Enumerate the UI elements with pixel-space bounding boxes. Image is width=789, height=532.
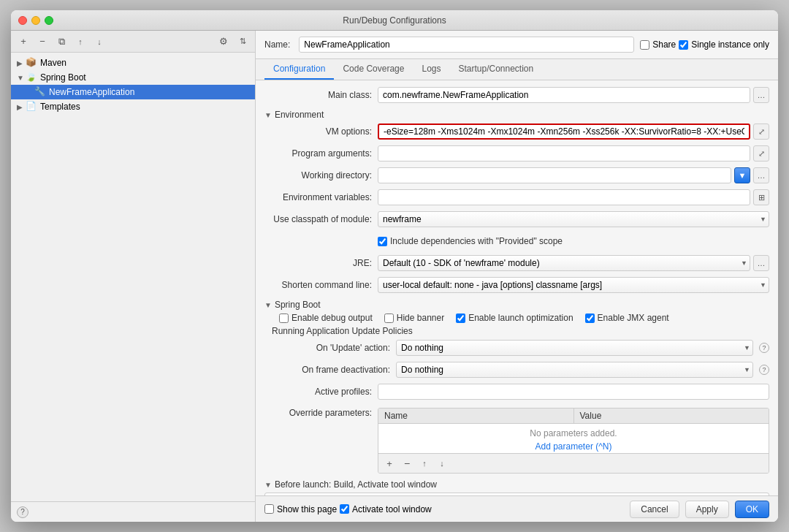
spring-boot-arrow: ▼: [264, 301, 272, 309]
minimize-button[interactable]: [31, 16, 40, 25]
tree-arrow-maven: ▶: [17, 59, 26, 67]
main-content: + − ⧉ ↑ ↓ ⚙ ⇅ ▶ 📦 Maven ▼ 🍃: [11, 31, 778, 522]
activate-tool-window-checkbox[interactable]: [340, 504, 349, 514]
jre-browse-button[interactable]: …: [753, 255, 769, 271]
sidebar: + − ⧉ ↑ ↓ ⚙ ⇅ ▶ 📦 Maven ▼ 🍃: [11, 31, 256, 522]
tree-arrow-templates: ▶: [17, 103, 26, 111]
sidebar-item-label-maven: Maven: [40, 58, 66, 68]
working-dir-browse-button[interactable]: ▼: [734, 167, 750, 183]
launch-opt-checkbox[interactable]: [456, 314, 465, 323]
sidebar-item-new-frame-app[interactable]: 🔧 NewFrameApplication: [11, 85, 255, 99]
override-up-button[interactable]: ↑: [416, 455, 432, 471]
on-update-row: On 'Update' action: Do nothing Update cl…: [272, 339, 769, 357]
include-provided-checkbox-row: Include dependencies with "Provided" sco…: [378, 236, 563, 246]
add-param-link[interactable]: Add parameter (^N): [535, 441, 612, 452]
sidebar-item-templates[interactable]: ▶ 📄 Templates: [11, 99, 255, 114]
right-panel: Name: Share Single instance only Configu…: [256, 31, 778, 522]
shorten-cmd-field: user-local default: none - java [options…: [378, 277, 769, 293]
ok-button[interactable]: OK: [735, 501, 769, 518]
on-deactivation-select[interactable]: Do nothing Update classes and resources …: [396, 362, 753, 378]
config-name-input[interactable]: [299, 37, 634, 53]
name-label: Name:: [264, 39, 293, 50]
main-window: Run/Debug Configurations + − ⧉ ↑ ↓ ⚙ ⇅ ▶…: [11, 10, 778, 522]
sort-button[interactable]: ⇅: [235, 34, 251, 50]
jmx-checkbox[interactable]: [585, 314, 595, 323]
main-class-label: Main class:: [264, 90, 378, 100]
help-button[interactable]: ?: [17, 506, 28, 518]
working-dir-expand-button[interactable]: …: [753, 167, 769, 183]
close-button[interactable]: [18, 16, 27, 25]
jre-label: JRE:: [264, 258, 378, 268]
env-vars-browse-button[interactable]: ⊞: [753, 189, 769, 205]
program-args-input[interactable]: [378, 145, 750, 162]
before-launch-label: Before launch: Build, Activate tool wind…: [275, 479, 437, 490]
launch-opt-checkbox-row: Enable launch optimization: [456, 313, 573, 323]
move-down-button[interactable]: ↓: [91, 34, 107, 50]
jre-select[interactable]: Default (10 - SDK of 'newframe' module): [378, 255, 750, 271]
main-class-row: Main class: …: [264, 86, 769, 104]
tab-startup-connection[interactable]: Startup/Connection: [449, 59, 542, 80]
apply-button[interactable]: Apply: [685, 501, 729, 518]
classpath-select[interactable]: newframe: [378, 211, 769, 227]
override-col-name: Name: [378, 408, 574, 423]
environment-section-header: ▼ Environment: [264, 110, 769, 120]
spring-boot-icon: 🍃: [26, 72, 37, 83]
override-params-label: Override parameters:: [264, 405, 378, 418]
override-add-button[interactable]: +: [381, 455, 397, 471]
single-instance-checkbox[interactable]: [679, 40, 688, 50]
move-up-button[interactable]: ↑: [72, 34, 88, 50]
override-params-row: Override parameters: Name Value No param…: [264, 405, 769, 474]
working-dir-input[interactable]: [378, 167, 731, 183]
copy-config-button[interactable]: ⧉: [53, 34, 69, 50]
share-area: Share Single instance only: [640, 39, 769, 50]
tab-code-coverage[interactable]: Code Coverage: [334, 59, 413, 80]
main-class-browse-button[interactable]: …: [753, 87, 769, 103]
tab-configuration[interactable]: Configuration: [264, 59, 334, 80]
sidebar-bottom: ?: [11, 501, 255, 522]
settings-button[interactable]: ⚙: [216, 34, 232, 50]
spring-boot-section-label: Spring Boot: [275, 300, 321, 310]
classpath-select-wrapper: newframe ▼: [378, 211, 769, 227]
include-provided-row: Include dependencies with "Provided" sco…: [264, 232, 769, 250]
on-update-help-icon[interactable]: ?: [759, 343, 769, 353]
override-table: Name Value No parameters added. Add para…: [378, 408, 769, 474]
on-update-select[interactable]: Do nothing Update classes and resources …: [396, 340, 753, 356]
main-class-field: …: [378, 87, 769, 103]
add-config-button[interactable]: +: [15, 34, 31, 50]
override-remove-button[interactable]: −: [399, 455, 415, 471]
show-page-label: Show this page: [277, 504, 337, 514]
maven-icon: 📦: [26, 57, 37, 69]
tab-logs[interactable]: Logs: [413, 59, 449, 80]
templates-icon: 📄: [26, 101, 37, 113]
share-label: Share: [652, 39, 676, 50]
before-launch-arrow: ▼: [264, 481, 272, 489]
maximize-button[interactable]: [45, 16, 53, 25]
vm-options-expand-button[interactable]: ⤢: [753, 123, 769, 140]
env-vars-input[interactable]: [378, 189, 750, 205]
sidebar-item-spring-boot[interactable]: ▼ 🍃 Spring Boot: [11, 70, 255, 85]
debug-output-checkbox[interactable]: [279, 314, 289, 323]
active-profiles-input[interactable]: [378, 384, 769, 400]
classpath-label: Use classpath of module:: [264, 214, 378, 224]
jre-field: Default (10 - SDK of 'newframe' module) …: [378, 255, 769, 271]
on-deactivation-help-icon[interactable]: ?: [759, 365, 769, 375]
override-down-button[interactable]: ↓: [434, 455, 450, 471]
include-provided-checkbox[interactable]: [378, 237, 387, 246]
share-checkbox[interactable]: [640, 40, 649, 50]
no-params-text: No parameters added.: [527, 425, 620, 441]
spring-boot-section-header: ▼ Spring Boot: [264, 300, 769, 310]
hide-banner-label: Hide banner: [397, 313, 444, 323]
cancel-button[interactable]: Cancel: [630, 501, 679, 518]
include-provided-label: Include dependencies with "Provided" sco…: [390, 236, 563, 246]
main-class-input[interactable]: [378, 87, 750, 103]
remove-config-button[interactable]: −: [34, 34, 50, 50]
vm-options-input[interactable]: [378, 123, 750, 140]
show-page-checkbox[interactable]: [264, 504, 274, 514]
hide-banner-checkbox[interactable]: [384, 314, 394, 323]
sidebar-item-maven[interactable]: ▶ 📦 Maven: [11, 56, 255, 70]
debug-output-checkbox-row: Enable debug output: [279, 313, 373, 323]
on-deactivation-row: On frame deactivation: Do nothing Update…: [272, 361, 769, 379]
program-args-expand-button[interactable]: ⤢: [753, 145, 769, 162]
sidebar-item-label-templates: Templates: [40, 102, 80, 112]
shorten-cmd-select[interactable]: user-local default: none - java [options…: [378, 277, 769, 293]
